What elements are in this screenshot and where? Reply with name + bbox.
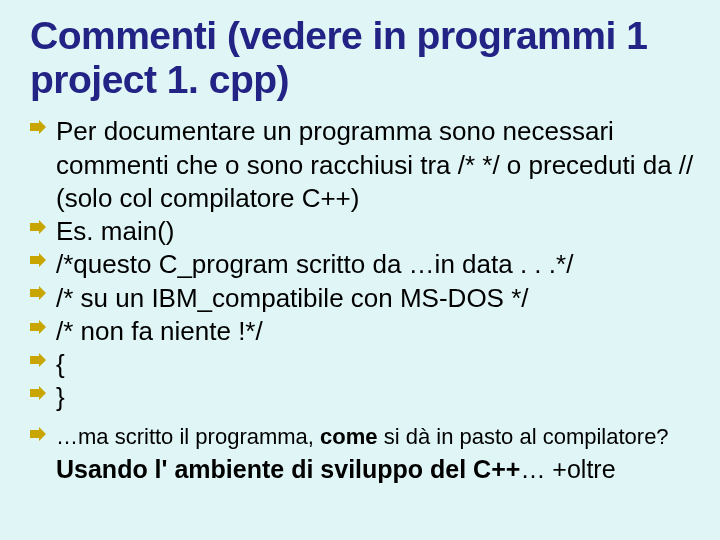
bullet-list: Per documentare un programma sono necess… — [30, 115, 700, 451]
slide: Commenti (vedere in programmi 1 project … — [0, 0, 720, 540]
footnote-bold: come — [320, 424, 377, 449]
bullet-text: Per documentare un programma sono necess… — [56, 116, 693, 213]
bullet-icon — [30, 386, 46, 400]
svg-marker-2 — [30, 253, 46, 267]
bullet-text: } — [56, 382, 65, 412]
bullet-icon — [30, 120, 46, 134]
svg-marker-1 — [30, 220, 46, 234]
bullet-text: /*questo C_program scritto da …in data .… — [56, 249, 573, 279]
list-item: Es. main() — [30, 215, 700, 248]
list-item: /*questo C_program scritto da …in data .… — [30, 248, 700, 281]
closing-rest: … +oltre — [520, 455, 615, 483]
list-item: } — [30, 381, 700, 414]
svg-marker-6 — [30, 386, 46, 400]
list-item-footnote: …ma scritto il programma, come si dà in … — [30, 423, 700, 451]
svg-marker-0 — [30, 120, 46, 134]
bullet-text: /* su un IBM_compatibile con MS-DOS */ — [56, 283, 529, 313]
footnote-prefix: …ma scritto il programma, — [56, 424, 320, 449]
bullet-icon — [30, 220, 46, 234]
bullet-text: /* non fa niente !*/ — [56, 316, 263, 346]
list-item: /* su un IBM_compatibile con MS-DOS */ — [30, 282, 700, 315]
bullet-text: Es. main() — [56, 216, 174, 246]
svg-marker-4 — [30, 320, 46, 334]
closing-line: Usando l' ambiente di sviluppo del C++… … — [30, 455, 700, 484]
footnote-suffix: si dà in pasto al compilatore? — [378, 424, 669, 449]
list-item: Per documentare un programma sono necess… — [30, 115, 700, 215]
bullet-icon — [30, 353, 46, 367]
list-item: { — [30, 348, 700, 381]
slide-title: Commenti (vedere in programmi 1 project … — [30, 14, 700, 101]
svg-marker-5 — [30, 353, 46, 367]
closing-bold: Usando l' ambiente di sviluppo del C++ — [56, 455, 520, 483]
svg-marker-7 — [30, 427, 46, 441]
list-item: /* non fa niente !*/ — [30, 315, 700, 348]
bullet-icon — [30, 286, 46, 300]
bullet-text: { — [56, 349, 65, 379]
bullet-icon — [30, 253, 46, 267]
bullet-icon — [30, 320, 46, 334]
bullet-icon — [30, 427, 46, 441]
svg-marker-3 — [30, 286, 46, 300]
